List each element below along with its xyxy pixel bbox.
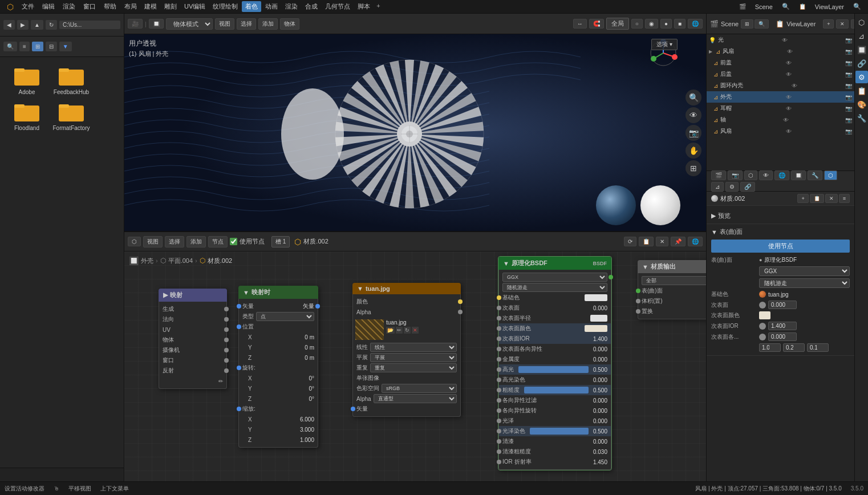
prop-data-btn[interactable]: ⊿ [711,182,724,192]
texture-browse-btn[interactable]: 📂 [386,327,395,334]
outliner-row[interactable]: ⊿ 前盖 👁 📷 [707,57,854,68]
eye-icon[interactable]: 👁 [783,117,789,123]
render-icon[interactable]: 📷 [845,37,852,43]
tab-geometry-nodes[interactable]: 几何节点 [322,1,354,12]
eye-icon[interactable]: 👁 [786,71,792,78]
object-mode-select[interactable]: 物体模式 [166,18,213,30]
node-pin-btn[interactable]: 📌 [671,237,686,246]
colorspace-select[interactable]: sRGB [382,384,457,393]
prop-object-btn[interactable]: 🔲 [791,171,806,180]
outliner-row[interactable]: ⊿ 风扇 👁 📷 [707,125,854,137]
subsurface-value[interactable] [768,301,797,309]
outliner-row[interactable]: ⊿ 后盖 👁 📷 [707,68,854,80]
next-color-swatch[interactable] [759,311,770,319]
surface-type-value[interactable]: 原理化BSDF [764,256,850,264]
eye-icon[interactable]: 👁 [787,48,793,55]
tab-animation[interactable]: 动画 [262,1,281,12]
path-bar[interactable]: C:\Us... [59,21,120,29]
tool-icon-4[interactable]: 🔗 [855,57,868,70]
tab-texture-paint[interactable]: 纹理绘制 [209,1,241,12]
select-menu-btn[interactable]: 选择 [237,18,256,30]
shading-btn[interactable]: ● [660,19,672,29]
search-toggle-btn[interactable]: 🔍 [3,42,17,51]
tab-rendering[interactable]: 渲染 [282,1,301,12]
viewport-shading-solid[interactable]: ■ [674,19,686,29]
pan-btn[interactable]: ✋ [686,143,701,159]
menu-edit[interactable]: 编辑 [39,1,58,12]
extension-select[interactable]: 重复 [370,363,457,372]
eye-icon[interactable]: 👁 [786,106,792,112]
up-btn[interactable]: ▲ [31,20,43,30]
node-delete-btn[interactable]: ✕ [656,237,668,246]
tool-icon-7[interactable]: 🎨 [855,98,868,111]
texture-edit-btn[interactable]: ✏ [396,327,403,334]
distribution-select[interactable]: GGX [502,273,607,282]
projection-select[interactable]: 平展 [370,353,457,362]
tool-icon-6[interactable]: 📋 [855,84,868,97]
val3[interactable] [807,343,829,352]
prop-world-btn[interactable]: 🌐 [774,171,789,180]
menu-file[interactable]: 文件 [18,1,38,12]
grid-btn[interactable]: ⊞ [686,160,701,176]
view-icon-btn[interactable]: ⊟ [46,42,57,51]
prop-modifier-btn[interactable]: 🔧 [808,171,822,180]
prop-view-btn[interactable]: 👁 [759,171,773,180]
prop-output-btn[interactable]: ⬡ [744,171,757,180]
output-target-select[interactable]: 全部 [642,276,706,285]
search-icon[interactable]: 🔍 [778,2,793,11]
tool-icon-8[interactable]: 🔧 [855,112,868,124]
prop-render-btn[interactable]: 📷 [728,171,743,180]
view-grid-btn[interactable]: ⊞ [32,42,43,51]
preview-section-header[interactable]: ▶ 预览 [711,210,850,221]
slot-selector[interactable]: 槽 1 [271,236,290,248]
texture-delete-btn[interactable]: ✕ [412,327,419,334]
viewport-select-btn[interactable]: 选项 ▾ [651,39,678,50]
node-node-btn[interactable]: 节点 [208,236,228,248]
tab-scripting[interactable]: 脚本 [354,1,374,12]
material-name[interactable]: 材质.002 [720,194,745,203]
surface-section-header[interactable]: ▼ 表(曲)面 [711,226,850,237]
list-item[interactable]: Adobe [7,64,47,95]
outliner-filter-btn[interactable]: ⊞ [741,19,753,29]
node-add-btn[interactable]: 添加 [186,236,206,248]
anisotropy-value[interactable] [768,332,797,341]
prop-scene-btn[interactable]: 🎬 [711,171,726,180]
proportional-btn[interactable]: ○ [631,19,643,29]
viewlayer-add-btn[interactable]: + [823,19,834,29]
list-item[interactable]: Floodland [7,100,47,131]
mat-remove-btn[interactable]: ✕ [825,194,838,203]
view-list-btn[interactable]: ≡ [19,42,30,51]
mode-dropdown[interactable]: 🔲 [149,19,164,29]
eye-icon[interactable]: 👁 [782,37,788,43]
tab-layout[interactable]: 布局 [121,1,140,12]
type-select[interactable]: 点 [256,312,314,321]
viewlayer-remove-btn[interactable]: ✕ [836,19,849,29]
interpolation-select[interactable]: 线性 [370,343,457,352]
tab-modeling[interactable]: 建模 [141,1,160,12]
val2[interactable] [783,343,805,352]
viewport-3d[interactable]: 用户透视 (1) 风扇 | 外壳 Z [124,34,706,231]
use-nodes-checkbox[interactable] [230,238,237,245]
menu-render[interactable]: 渲染 [59,1,79,12]
list-item[interactable]: FeedbackHub [51,64,91,95]
outliner-row[interactable]: 💡 光 👁 📷 [707,34,854,46]
object-menu-btn[interactable]: 物体 [280,18,299,30]
node-editor-type-btn[interactable]: ⬡ [128,237,141,246]
snap-btn[interactable]: 🧲 [589,19,604,29]
material-select[interactable]: 全局 [606,18,629,30]
list-item[interactable]: FormatFactory [51,100,91,131]
mat-settings-btn[interactable]: ≡ [839,194,850,203]
render-icon[interactable]: 📷 [845,48,852,55]
distribution-dropdown[interactable]: GGX [759,266,850,276]
node-snap-btn[interactable]: ⟳ [624,237,636,246]
prop-constraint-btn[interactable]: 🔗 [740,182,755,192]
eye-icon[interactable]: 👁 [786,128,792,135]
render-icon[interactable]: 📷 [845,83,852,89]
viewport-type-btn[interactable]: 🎥 [128,19,143,29]
filter-btn[interactable]: ▼ [59,42,72,51]
node-view-btn[interactable]: 视图 [143,236,163,248]
tool-icon-1[interactable]: ⬡ [855,16,868,29]
tool-icon-3[interactable]: 🔲 [855,43,868,56]
tab-uv[interactable]: UV编辑 [181,1,209,12]
tab-shading[interactable]: 着色 [242,1,261,12]
